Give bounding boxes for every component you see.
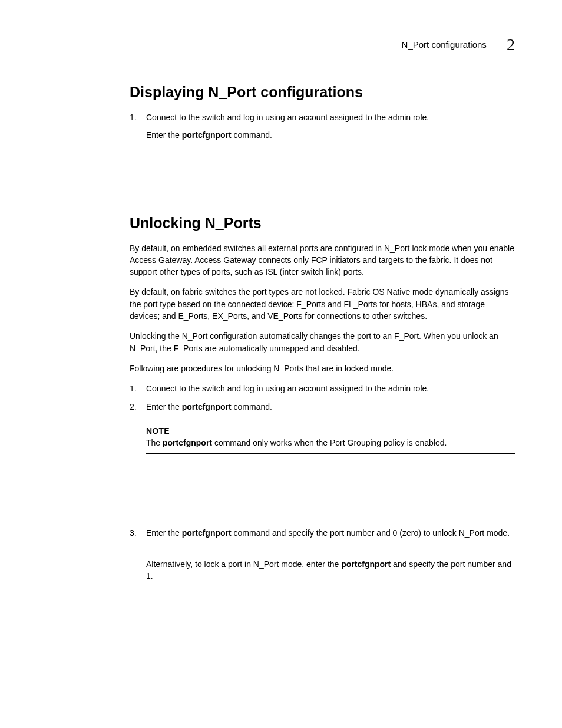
unlocking-steps: 1. Connect to the switch and log in usin… [130,383,515,413]
command-name: portcfgnport [341,559,391,569]
chapter-number: 2 [507,35,515,54]
list-item: 3. Enter the portcfgnport command and sp… [130,527,515,582]
running-title: N_Port configurations [402,39,487,50]
note-label: NOTE [146,425,515,437]
list-item: 1. Connect to the switch and log in usin… [130,383,515,394]
list-item: 1. Connect to the switch and log in usin… [130,111,515,141]
unlocking-steps-cont: 3. Enter the portcfgnport command and sp… [130,527,515,582]
command-name: portcfgnport [182,402,232,411]
step-text: Connect to the switch and log in using a… [146,111,515,141]
note-box: NOTE The portcfgnport command only works… [146,421,515,454]
command-name: portcfgnport [163,438,212,447]
heading-displaying: Displaying N_Port configurations [130,84,515,101]
paragraph: Unlocking the N_Port configuration autom… [130,330,515,354]
step-text: Enter the portcfgnport command. [146,401,515,413]
step-number: 2. [130,401,146,413]
step-text: Enter the portcfgnport command and speci… [146,527,515,582]
paragraph: Following are procedures for unlocking N… [130,363,515,374]
list-item: 2. Enter the portcfgnport command. [130,401,515,413]
step-number: 3. [130,527,146,582]
displaying-steps: 1. Connect to the switch and log in usin… [130,111,515,141]
note-text: The portcfgnport command only works when… [146,437,515,449]
spacer [130,150,515,215]
spacer [130,462,515,527]
step-number: 1. [130,383,146,394]
paragraph: By default, on fabric switches the port … [130,286,515,322]
step-number: 1. [130,111,146,141]
step-text: Connect to the switch and log in using a… [146,383,515,394]
command-name: portcfgnport [182,528,232,538]
step-alt-text: Alternatively, to lock a port in N_Port … [146,558,515,582]
step-subtext: Enter the portcfgnport command. [146,129,515,141]
command-name: portcfgnport [182,130,232,140]
running-header: N_Port configurations 2 [130,35,515,54]
heading-unlocking: Unlocking N_Ports [130,215,515,232]
page-content: N_Port configurations 2 Displaying N_Por… [0,0,562,582]
paragraph: By default, on embedded switches all ext… [130,242,515,278]
